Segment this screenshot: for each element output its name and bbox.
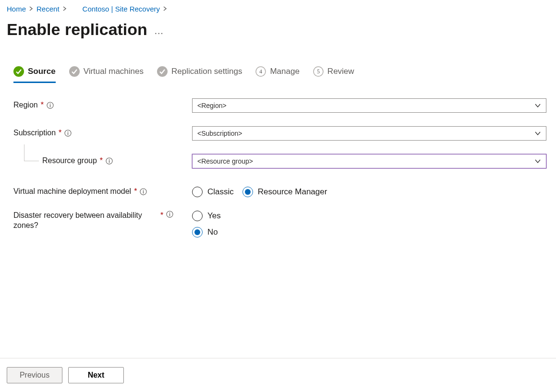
dropdown-value: <Subscription> [197, 130, 242, 137]
tab-label: Replication settings [171, 67, 242, 75]
region-label: Region * [13, 100, 192, 110]
svg-point-1 [69, 66, 80, 77]
label-text: Subscription [13, 128, 56, 138]
radio-icon [192, 211, 203, 221]
tab-source[interactable]: Source [13, 66, 56, 83]
tab-label: Source [28, 67, 56, 75]
tab-virtual-machines[interactable]: Virtual machines [69, 66, 144, 83]
azdr-label: Disaster recovery between availability z… [13, 211, 192, 231]
radio-label: Yes [207, 211, 221, 221]
radio-icon [192, 187, 203, 197]
label-text: Region [13, 100, 38, 110]
svg-point-20 [169, 212, 170, 213]
azdr-row: Disaster recovery between availability z… [13, 211, 549, 238]
radio-label: No [207, 227, 218, 237]
next-button[interactable]: Next [68, 367, 124, 383]
svg-rect-9 [50, 105, 50, 107]
breadcrumb-recent[interactable]: Recent [36, 5, 60, 13]
previous-button[interactable]: Previous [7, 367, 62, 383]
check-circle-icon [69, 66, 80, 77]
svg-rect-18 [143, 191, 144, 194]
footer: Previous Next [0, 358, 556, 392]
svg-rect-15 [109, 160, 109, 163]
radio-yes[interactable]: Yes [192, 211, 221, 221]
deployment-model-row: Virtual machine deployment model * Class… [13, 178, 549, 206]
step-number-icon: 5 [313, 66, 324, 77]
svg-rect-12 [68, 132, 68, 135]
radio-icon [242, 187, 253, 197]
label-text: Resource group [42, 156, 97, 166]
info-icon[interactable] [64, 130, 72, 137]
required-asterisk: * [134, 187, 137, 197]
check-circle-icon [13, 66, 24, 77]
chevron-down-icon [534, 158, 541, 165]
dropdown-value: <Resource group> [197, 157, 253, 165]
radio-no[interactable]: No [192, 227, 218, 238]
info-icon[interactable] [106, 157, 113, 165]
breadcrumb-site-recovery[interactable]: Contoso | Site Recovery [83, 5, 160, 13]
required-asterisk: * [160, 211, 163, 221]
radio-classic[interactable]: Classic [192, 187, 234, 197]
more-menu[interactable]: … [154, 25, 165, 36]
tab-replication-settings[interactable]: Replication settings [157, 66, 242, 83]
tab-label: Review [327, 67, 354, 75]
svg-point-8 [50, 104, 51, 105]
azdr-radiogroup: Yes No [192, 211, 546, 238]
svg-point-17 [143, 190, 144, 191]
subscription-row: Subscription * <Subscription> [13, 119, 549, 147]
label-text: Virtual machine deployment model [13, 187, 131, 197]
page-title: Enable replication [7, 20, 147, 39]
dropdown-value: <Region> [197, 102, 227, 109]
chevron-right-icon [162, 5, 169, 12]
info-icon[interactable] [47, 102, 54, 109]
tab-label: Manage [270, 67, 299, 75]
required-asterisk: * [41, 100, 44, 110]
svg-text:5: 5 [317, 68, 320, 75]
radio-resource-manager[interactable]: Resource Manager [242, 187, 327, 197]
tabs: Source Virtual machines Replication sett… [0, 39, 556, 83]
svg-point-2 [157, 66, 168, 77]
tab-manage[interactable]: 4 Manage [255, 66, 299, 83]
check-circle-icon [157, 66, 168, 77]
chevron-down-icon [534, 102, 541, 109]
radio-label: Classic [207, 187, 234, 197]
breadcrumb: Home Recent Contoso | Site Recovery [0, 0, 556, 13]
resource-group-label: Resource group * [13, 156, 192, 166]
step-number-icon: 4 [255, 66, 266, 77]
label-text: Disaster recovery between availability z… [13, 211, 157, 231]
svg-point-0 [13, 66, 24, 77]
subscription-dropdown[interactable]: <Subscription> [192, 126, 546, 141]
svg-point-14 [109, 159, 110, 160]
svg-point-11 [68, 131, 69, 132]
region-dropdown[interactable]: <Region> [192, 98, 546, 113]
region-row: Region * <Region> [13, 92, 549, 119]
radio-label: Resource Manager [258, 187, 327, 197]
resource-group-row: Resource group * <Resource group> [13, 147, 549, 175]
deployment-model-radiogroup: Classic Resource Manager [192, 187, 546, 197]
radio-icon [192, 227, 203, 238]
chevron-right-icon [61, 5, 68, 12]
breadcrumb-home[interactable]: Home [7, 5, 26, 13]
deployment-model-label: Virtual machine deployment model * [13, 187, 192, 197]
svg-rect-21 [169, 214, 170, 216]
subscription-label: Subscription * [13, 128, 192, 138]
chevron-right-icon [28, 5, 35, 12]
required-asterisk: * [59, 128, 61, 138]
tab-review[interactable]: 5 Review [313, 66, 354, 83]
chevron-down-icon [534, 130, 541, 137]
svg-text:4: 4 [259, 68, 262, 75]
required-asterisk: * [100, 156, 103, 166]
resource-group-dropdown[interactable]: <Resource group> [192, 154, 546, 168]
tab-label: Virtual machines [84, 67, 144, 75]
info-icon[interactable] [166, 211, 173, 218]
info-icon[interactable] [140, 188, 147, 195]
